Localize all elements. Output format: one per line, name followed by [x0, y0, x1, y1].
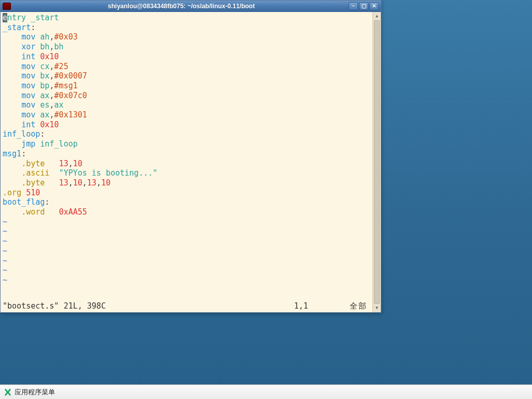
- scroll-down-arrow[interactable]: ▼: [373, 304, 381, 312]
- xfce-menu-icon[interactable]: [4, 388, 11, 396]
- minimize-button[interactable]: –: [349, 2, 358, 10]
- code-line[interactable]: .ascii "YPYos is booting...": [3, 168, 371, 178]
- vim-tilde: ~: [3, 256, 371, 266]
- terminal-app-icon: [3, 3, 11, 10]
- code-line[interactable]: mov ax,#0x07c0: [3, 91, 371, 101]
- code-line[interactable]: entry _start: [3, 13, 371, 23]
- code-line[interactable]: .byte 13,10: [3, 159, 371, 169]
- code-line[interactable]: int 0x10: [3, 120, 371, 130]
- code-line[interactable]: boot_flag:: [3, 197, 371, 207]
- code-line[interactable]: .word 0xAA55: [3, 207, 371, 217]
- scroll-up-arrow[interactable]: ▲: [373, 12, 381, 20]
- editor-content[interactable]: entry _start_start: mov ah,#0x03 xor bh,…: [3, 13, 371, 300]
- status-file: "bootsect.s" 21L, 398C: [3, 301, 106, 311]
- code-line[interactable]: inf_loop:: [3, 129, 371, 139]
- scroll-thumb[interactable]: [374, 20, 380, 304]
- vim-editor[interactable]: entry _start_start: mov ah,#0x03 xor bh,…: [1, 12, 381, 312]
- code-line[interactable]: mov es,ax: [3, 100, 371, 110]
- vim-tilde: ~: [3, 275, 371, 285]
- code-line[interactable]: mov ah,#0x03: [3, 32, 371, 42]
- vim-tilde: ~: [3, 265, 371, 275]
- taskbar[interactable]: 应用程序菜单: [0, 384, 532, 399]
- vim-tilde: ~: [3, 217, 371, 227]
- code-line[interactable]: mov bx,#0x0007: [3, 71, 371, 81]
- window-controls: – ▢ ✕: [349, 2, 379, 10]
- close-button[interactable]: ✕: [369, 2, 379, 10]
- code-line[interactable]: .org 510: [3, 188, 371, 198]
- code-line[interactable]: _start:: [3, 23, 371, 33]
- vim-tilde: ~: [3, 246, 371, 256]
- code-line[interactable]: mov cx,#25: [3, 62, 371, 72]
- code-line[interactable]: mov ax,#0x1301: [3, 110, 371, 120]
- code-lines[interactable]: entry _start_start: mov ah,#0x03 xor bh,…: [3, 13, 371, 285]
- code-line[interactable]: int 0x10: [3, 52, 371, 62]
- vim-status-line: "bootsect.s" 21L, 398C 1,1 全部: [3, 301, 371, 311]
- window-title: shiyanlou@0834348fb075: ~/oslab/linux-0.…: [14, 3, 349, 10]
- vim-tilde: ~: [3, 236, 371, 246]
- code-line[interactable]: xor bh,bh: [3, 42, 371, 52]
- maximize-button[interactable]: ▢: [359, 2, 368, 10]
- code-line[interactable]: .byte 13,10,13,10: [3, 178, 371, 188]
- code-line[interactable]: mov bp,#msg1: [3, 81, 371, 91]
- status-position: 1,1: [294, 301, 308, 311]
- terminal-window: shiyanlou@0834348fb075: ~/oslab/linux-0.…: [0, 0, 381, 313]
- code-line[interactable]: jmp inf_loop: [3, 139, 371, 149]
- titlebar[interactable]: shiyanlou@0834348fb075: ~/oslab/linux-0.…: [1, 1, 381, 12]
- status-percent: 全部: [350, 301, 367, 311]
- scrollbar[interactable]: ▲ ▼: [373, 12, 381, 312]
- vim-tilde: ~: [3, 227, 371, 236]
- code-line[interactable]: msg1:: [3, 149, 371, 159]
- app-menu-label[interactable]: 应用程序菜单: [15, 388, 55, 397]
